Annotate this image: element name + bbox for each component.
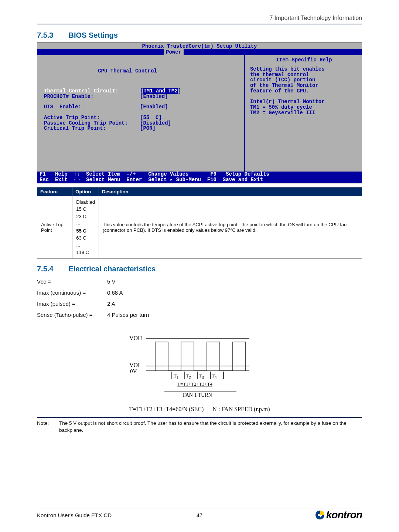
bios-help-pane: Item Specific Help Setting this bit enab… [245, 55, 362, 172]
bios-setting-row[interactable]: Active Trip Point:[55 C] [44, 115, 241, 121]
note-label: Note: [37, 420, 59, 434]
section-heading-bios: 7.5.3 BIOS Settings [37, 31, 362, 40]
note-block: Note: The 5 V output is not short circui… [37, 417, 362, 434]
col-feature: Feature [37, 187, 72, 196]
chapter-header: 7 Important Technology Information [37, 15, 362, 24]
option-value: 63 C [76, 234, 95, 242]
section-title: Electrical characteristics [69, 265, 156, 273]
bios-setting-label: Passive Cooling Trip Point: [44, 121, 140, 126]
elec-value: 2 A [107, 298, 115, 309]
bios-help-line [250, 94, 358, 99]
elec-row: Vcc =5 V [37, 276, 362, 287]
svg-text:3: 3 [202, 376, 204, 380]
bios-help-line: feature of the CPU. [250, 88, 358, 94]
option-value: Disabled [76, 199, 95, 206]
bios-setting-value[interactable]: [Enabled] [140, 94, 168, 99]
bios-setting-label: Active Trip Point: [44, 115, 140, 121]
elec-row: Imax (pulsed) =2 A [37, 298, 362, 309]
label-voh: VOH [129, 335, 142, 341]
svg-text:4: 4 [215, 376, 217, 380]
label-vol: VOL [129, 362, 141, 368]
option-value: 119 C [76, 249, 95, 256]
svg-text:T: T [212, 373, 215, 379]
bios-setting-row[interactable]: Thermal Control Circuit:[TM1 and TM2] [44, 88, 241, 94]
bios-setting-row[interactable]: DTS Enable:[Enabled] [44, 104, 241, 110]
note-text: The 5 V output is not short circuit proo… [59, 420, 362, 434]
bios-setting-value[interactable]: [Enabled] [140, 104, 168, 110]
elec-key: Sense (Tacho-pulse) = [37, 309, 107, 321]
bios-setting-label: Critical Trip Point: [44, 126, 140, 131]
bios-tab-bar: Power [37, 49, 362, 55]
options-cell: Disabled15 C23 C...55 C63 C...119 C [72, 196, 99, 258]
bios-left-heading: CPU Thermal Control [44, 68, 241, 74]
bios-setting-value[interactable]: [Disabled] [140, 121, 171, 126]
kontron-word: kontron [326, 509, 362, 521]
footer-page: 47 [197, 512, 203, 518]
footer-left: Kontron User's Guide ETX CD [37, 512, 112, 518]
elec-key: Imax (pulsed) = [37, 298, 107, 309]
bios-setting-row[interactable]: Passive Cooling Trip Point:[Disabled] [44, 121, 241, 126]
bios-help-line: Setting this bit enables [250, 67, 358, 72]
bios-help-line: circuit (TCC) portion [250, 77, 358, 83]
label-0v: 0V [130, 368, 137, 374]
elec-row: Imax (continuous) =0,68 A [37, 287, 362, 298]
option-value: ... [76, 242, 95, 249]
kontron-logo: kontron [315, 509, 362, 521]
section-heading-elec: 7.5.4 Electrical characteristics [37, 265, 362, 273]
svg-text:2: 2 [189, 376, 191, 380]
bios-help-line: the thermal control [250, 72, 358, 78]
kontron-mark-icon [315, 510, 325, 520]
section-title: BIOS Settings [69, 31, 118, 39]
elec-value: 0,68 A [107, 287, 123, 298]
svg-text:T: T [174, 373, 177, 379]
option-table: Feature Option Description Active Trip P… [37, 187, 362, 259]
fan-turn: FAN 1 TURN [183, 392, 212, 398]
bios-title: Phoenix TrustedCore(tm) Setup Utility [37, 43, 362, 49]
elec-value: 5 V [107, 276, 116, 287]
bios-help-line: TM2 = Geyserville III [250, 110, 358, 116]
svg-text:T: T [186, 373, 189, 379]
option-value: 15 C [76, 206, 95, 213]
bios-setting-row[interactable]: Critical Trip Point:[POR] [44, 126, 241, 131]
t-eq-inner: T=T1+T2+T3+T4 [177, 381, 213, 387]
bios-footer: F1 Help ↑↓ Select Item -/+ Change Values… [37, 172, 362, 183]
feature-cell: Active Trip Point [37, 196, 72, 258]
elec-key: Imax (continuous) = [37, 287, 107, 298]
option-value: 55 C [76, 227, 95, 235]
bios-help-line: Intel(r) Thermal Monitor [250, 99, 358, 105]
section-number: 7.5.3 [37, 31, 66, 40]
col-desc: Description [99, 187, 362, 196]
bios-setting-value[interactable]: [55 C] [140, 115, 162, 121]
bios-right-heading: Item Specific Help [250, 57, 358, 63]
bios-help-line: TM1 = 50% duty cycle [250, 105, 358, 110]
n-definition: N : FAN SPEED (r.p.m) [212, 406, 270, 412]
svg-text:1: 1 [177, 376, 179, 380]
bios-help-line: of the Thermal Monitor [250, 83, 358, 88]
t-equation: T=T1+T2+T3+T4=60/N (SEC) [129, 406, 204, 412]
bios-screenshot: Phoenix TrustedCore(tm) Setup Utility Po… [37, 43, 362, 183]
electrical-list: Vcc =5 VImax (continuous) =0,68 AImax (p… [37, 276, 362, 321]
section-number: 7.5.4 [37, 265, 66, 273]
bios-setting-value[interactable]: [TM1 and TM2] [140, 88, 181, 94]
elec-value: 4 Pulses per turn [107, 309, 149, 321]
bios-setting-label: PROCHOT# Enable: [44, 94, 140, 99]
bios-setting-value[interactable]: [POR] [140, 126, 156, 131]
elec-row: Sense (Tacho-pulse) =4 Pulses per turn [37, 309, 362, 321]
bios-setting-row[interactable]: PROCHOT# Enable:[Enabled] [44, 94, 241, 99]
waveform-figure: VOH VOL 0V T1 T2 T3 T4 T=T1+T2+T3+T4 FAN… [37, 327, 362, 413]
desc-cell: This value controls the temperature of t… [99, 196, 362, 258]
bios-setting-label: DTS Enable: [44, 104, 140, 110]
elec-key: Vcc = [37, 276, 107, 287]
col-option: Option [72, 187, 99, 196]
svg-text:T: T [199, 373, 202, 379]
option-value: ... [76, 220, 95, 227]
bios-left-pane: CPU Thermal Control Thermal Control Circ… [37, 55, 245, 172]
option-value: 23 C [76, 213, 95, 220]
waveform-svg: VOH VOL 0V T1 T2 T3 T4 T=T1+T2+T3+T4 FAN… [103, 327, 296, 405]
page-footer: Kontron User's Guide ETX CD 47 kontron [37, 508, 362, 521]
bios-tab-power[interactable]: Power [164, 49, 184, 55]
bios-setting-label: Thermal Control Circuit: [44, 88, 140, 94]
